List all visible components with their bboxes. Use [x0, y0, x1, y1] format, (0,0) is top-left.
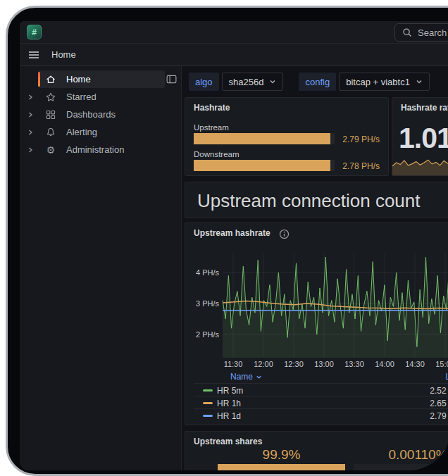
variable-algo: algo sha256d: [189, 73, 283, 91]
series-swatch[interactable]: [203, 402, 213, 404]
series-swatch[interactable]: [203, 415, 213, 417]
accepted-share-value: 99.9%: [218, 447, 345, 463]
search-icon: [402, 27, 412, 37]
series-last-value: 2.52 PH/s: [430, 386, 448, 396]
page-background: # Search or jump to... Home: [0, 0, 448, 476]
chevron-right-icon[interactable]: [26, 111, 35, 119]
sidebar-item-home[interactable]: Home: [20, 70, 181, 88]
sidebar-item-administration[interactable]: ⚙ Administration: [20, 141, 181, 158]
sidebar-item-dashboards[interactable]: Dashboards: [20, 106, 181, 123]
star-icon: [45, 92, 56, 103]
variable-label-algo: algo: [189, 73, 219, 91]
variable-select-config[interactable]: bitcap + viabtc1: [339, 73, 430, 91]
gauge-label-downstream: Downstream: [194, 150, 239, 158]
gear-icon: ⚙: [45, 144, 56, 156]
upstream-gauge-fill: [194, 133, 330, 144]
legend-row-hr1d: HR 1d 2.79 PH/s: [194, 408, 448, 421]
svg-text:2 PH/s: 2 PH/s: [196, 330, 220, 339]
hamburger-menu-icon[interactable]: [28, 49, 39, 61]
info-icon[interactable]: [279, 229, 290, 239]
hashrate-ratio-panel: Hashrate ratio 1.01: [392, 97, 448, 176]
upstream-hashrate-panel: Upstream hashrate 4 PH/s3 PH/s2 PH/s11:3…: [185, 223, 448, 425]
downstream-gauge-value: 2.78 PH/s: [323, 161, 380, 171]
legend-row-hr1h: HR 1h 2.65 PH/s: [194, 396, 448, 408]
apps-grid-icon: [45, 109, 56, 120]
series-name[interactable]: HR 5m: [217, 386, 243, 396]
svg-text:15:00: 15:00: [435, 360, 448, 368]
sidebar-item-label: Administration: [66, 144, 124, 155]
sidebar-item-label: Starred: [66, 92, 97, 102]
svg-text:13:30: 13:30: [344, 360, 364, 368]
panel-title[interactable]: Upstream shares: [194, 437, 262, 446]
chevron-right-icon[interactable]: [26, 128, 35, 137]
chevron-right-icon[interactable]: [26, 146, 35, 154]
sort-chevron-down-icon: [256, 374, 262, 380]
upstream-gauge-value: 2.79 PH/s: [323, 134, 380, 144]
hashrate-panel: Hashrate Upstream 2.79 PH/s Downstream 2…: [185, 97, 389, 176]
home-icon: [45, 74, 56, 85]
svg-text:12:30: 12:30: [284, 360, 304, 368]
variable-config: config bitcap + viabtc1: [299, 73, 429, 91]
accepted-share-gauge: [218, 464, 345, 470]
panel-title[interactable]: Hashrate: [194, 103, 230, 113]
legend-value-header[interactable]: Last *: [445, 372, 448, 382]
upstream-shares-panel: Upstream shares 99.9% 0.00110%: [185, 431, 448, 470]
downstream-gauge: [194, 160, 335, 171]
sidebar-item-label: Alerting: [66, 127, 97, 137]
legend-row-hr5m: HR 5m 2.52 PH/s: [194, 383, 448, 396]
variable-value: bitcap + viabtc1: [346, 77, 410, 87]
series-last-value: 2.79 PH/s: [430, 411, 448, 421]
sidebar-menu: Home Starred: [20, 66, 182, 470]
search-placeholder: Search or jump to...: [418, 27, 448, 38]
svg-text:12:00: 12:00: [254, 360, 273, 368]
svg-text:13:00: 13:00: [314, 360, 334, 368]
bell-icon: [45, 127, 56, 138]
logo-hash-glyph: #: [32, 27, 37, 37]
connection-count-text-panel: Upstream connection count: [185, 182, 448, 218]
svg-text:3 PH/s: 3 PH/s: [196, 299, 220, 308]
sidebar-item-starred[interactable]: Starred: [20, 88, 181, 106]
template-variables: algo sha256d config bitcap + viabtc1: [189, 73, 430, 91]
stat-sparkline: [392, 154, 448, 175]
gauge-label-upstream: Upstream: [194, 123, 229, 132]
dock-menu-icon[interactable]: [166, 73, 178, 85]
accepted-share-fill: [218, 464, 345, 470]
sidebar-item-label: Home: [66, 74, 91, 84]
legend-name-header[interactable]: Name: [230, 372, 262, 382]
series-swatch[interactable]: [203, 389, 213, 392]
panel-title[interactable]: Hashrate ratio: [401, 103, 448, 113]
chevron-down-icon: [269, 78, 276, 85]
org-logo[interactable]: #: [27, 25, 42, 39]
downstream-gauge-fill: [194, 160, 330, 171]
breadcrumb-bar: Home: [20, 44, 448, 66]
row-title-text: Upstream connection count: [197, 190, 421, 212]
top-navigation-bar: # Search or jump to...: [20, 21, 448, 44]
upstream-gauge: [194, 133, 335, 144]
sidebar-item-alerting[interactable]: Alerting: [20, 123, 181, 141]
variable-label-config: config: [299, 73, 336, 91]
series-last-value: 2.65 PH/s: [430, 399, 448, 408]
series-name[interactable]: HR 1d: [217, 411, 241, 421]
stat-value: 1.01: [399, 122, 448, 155]
variable-value: sha256d: [229, 77, 264, 87]
chevron-down-icon: [416, 78, 423, 85]
rejected-share-value: 0.00110%: [354, 447, 448, 463]
search-input[interactable]: Search or jump to...: [394, 23, 448, 42]
chevron-right-icon[interactable]: [26, 93, 35, 101]
breadcrumb[interactable]: Home: [51, 49, 76, 60]
variable-select-algo[interactable]: sha256d: [222, 73, 284, 91]
svg-text:11:30: 11:30: [224, 360, 243, 368]
app-window: # Search or jump to... Home: [20, 21, 448, 470]
series-name[interactable]: HR 1h: [217, 399, 241, 408]
svg-text:14:30: 14:30: [405, 360, 425, 368]
sidebar-item-label: Dashboards: [66, 109, 116, 120]
svg-text:14:00: 14:00: [375, 360, 394, 368]
svg-text:4 PH/s: 4 PH/s: [196, 268, 220, 277]
panel-title[interactable]: Upstream hashrate: [194, 228, 270, 238]
